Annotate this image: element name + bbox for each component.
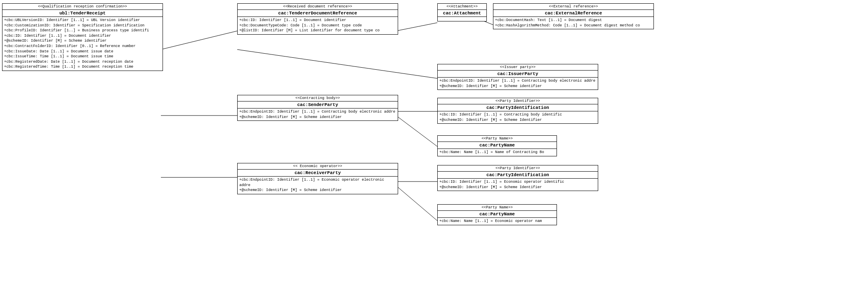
tenderer-doc-ref-stereotype: <<Received document reference>>	[238, 4, 398, 10]
tender-receipt-line-1: +cbc:UBLVersionID: Identifier [1..1] = U…	[4, 18, 161, 23]
svg-line-5	[396, 116, 437, 146]
tender-receipt-body: +cbc:UBLVersionID: Identifier [1..1] = U…	[2, 17, 163, 71]
party-identification-sender-title: cac:PartyIdentification	[438, 104, 598, 111]
party-identification-receiver-title: cac:PartyIdentification	[438, 172, 598, 178]
party-name-sender-stereotype: <<Party Name>>	[438, 136, 557, 142]
tenderer-doc-ref-line-2: +cbc:DocumentTypeCode: Code [1..1] = Doc…	[239, 23, 396, 28]
party-name-receiver-body: +cbc:Name: Name [1..1] = Economic operat…	[438, 218, 557, 225]
sender-party-stereotype: <<Contracting body>>	[238, 95, 398, 101]
party-name-receiver-title: cac:PartyName	[438, 211, 557, 217]
sender-party-line-2: +@schemeID: Identifier [M] = Scheme iden…	[239, 115, 396, 120]
receiver-party-stereotype: << Economic operator>>	[238, 163, 398, 170]
issuer-party-stereotype: <<Issuer party>>	[438, 64, 598, 71]
issuer-party-body: +cbc:EndpointID: Identifier [1..1] = Con…	[438, 78, 598, 90]
tenderer-doc-ref-title: cac:TendererDocumentReference	[238, 10, 398, 17]
receiver-party-title: cac:ReceiverParty	[238, 170, 398, 176]
tender-receipt-title: ubl:TenderReceipt	[2, 10, 163, 17]
party-name-sender-title: cac:PartyName	[438, 142, 557, 149]
attachment-box: <<Attachment>> cac:Attachment	[437, 3, 487, 21]
external-reference-line-1: +cbc:DocumentHash: Text [1..1] = Documen…	[495, 18, 652, 23]
party-name-sender-body: +cbc:Name: Name [1..1] = Name of Contrac…	[438, 149, 557, 156]
issuer-party-line-2: +@schemeID: Identifier [M] = Scheme iden…	[439, 84, 596, 89]
party-identification-sender-box: <<Party Identifier>> cac:PartyIdentifica…	[437, 98, 598, 124]
tender-receipt-line-4: +cbc:ID: Identifier [1..1] = Document id…	[4, 33, 161, 39]
receiver-party-box: << Economic operator>> cac:ReceiverParty…	[237, 163, 398, 194]
party-identification-sender-line-2: +@schemeID: Identifier [M] = Scheme Iden…	[439, 118, 596, 123]
party-identification-sender-stereotype: <<Party Identifier>>	[438, 98, 598, 104]
party-identification-receiver-box: <<Party Identifier>> cac:PartyIdentifica…	[437, 165, 598, 191]
tenderer-doc-ref-box: <<Received document reference>> cac:Tend…	[237, 3, 398, 35]
tender-receipt-line-9: +cbc:RegisteredDate: Date [1..1] = Docum…	[4, 59, 161, 65]
tender-receipt-line-10: +cbc:RegisteredTime: Time [1..1] = Docum…	[4, 64, 161, 70]
attachment-body	[438, 17, 486, 21]
tender-receipt-line-7: +cbc:IssueDate: Date [1..1] = Document i…	[4, 49, 161, 54]
party-name-receiver-stereotype: <<Party Name>>	[438, 205, 557, 211]
sender-party-box: <<Contracting body>> cac:SenderParty +cb…	[237, 95, 398, 121]
receiver-party-body: +cbc:EndpointID: Identifier [1..1] = Eco…	[238, 177, 398, 194]
tender-receipt-line-3: +cbc:ProfileID: Identifier [1..] = Busin…	[4, 28, 161, 33]
attachment-title: cac:Attachment	[438, 10, 486, 17]
party-identification-sender-body: +cbc:ID: Identifier [1..1] = Contracting…	[438, 111, 598, 123]
party-name-sender-box: <<Party Name>> cac:PartyName +cbc:Name: …	[437, 135, 557, 156]
tender-receipt-line-2: +cbc:CustomizationID: Identifier = Speci…	[4, 23, 161, 28]
party-name-receiver-box: <<Party Name>> cac:PartyName +cbc:Name: …	[437, 204, 557, 225]
uml-diagram: <<Qualification reception confirmation>>…	[0, 0, 868, 302]
external-reference-line-2: +cbc:HashAlgorithmMethod: Code [1..1] = …	[495, 23, 652, 28]
svg-line-9	[237, 50, 437, 78]
issuer-party-title: cac:IssuerParty	[438, 71, 598, 77]
receiver-party-line-1: +cbc:EndpointID: Identifier [1..1] = Eco…	[239, 177, 396, 188]
tenderer-doc-ref-body: +cbc:ID: Identifier [1..1] = Document id…	[238, 17, 398, 34]
svg-line-8	[396, 186, 437, 221]
attachment-stereotype: <<Attachment>>	[438, 4, 486, 10]
party-identification-receiver-line-2: +@schemeID: Identifier [M] = Scheme Iden…	[439, 185, 596, 190]
external-reference-box: <<External reference>> cac:ExternalRefer…	[493, 3, 654, 29]
party-identification-receiver-body: +cbc:ID: Identifier [1..1] = Economic op…	[438, 179, 598, 191]
receiver-party-line-2: +@schemeID: Identifier [M] = Scheme iden…	[239, 188, 396, 193]
sender-party-line-1: +cbc:EndpointID: Identifier [1..1] = Con…	[239, 109, 396, 115]
external-reference-title: cac:ExternalReference	[493, 10, 653, 17]
party-name-receiver-line-1: +cbc:Name: Name [1..1] = Economic operat…	[439, 219, 555, 224]
sender-party-title: cac:SenderParty	[238, 101, 398, 108]
issuer-party-line-1: +cbc:EndpointID: Identifier [1..1] = Con…	[439, 78, 596, 84]
party-identification-sender-line-1: +cbc:ID: Identifier [1..1] = Contracting…	[439, 112, 596, 118]
party-identification-receiver-stereotype: <<Party Identifier>>	[438, 165, 598, 172]
tender-receipt-line-8: +cbc:IssueTime: Time [1..1] = Document i…	[4, 54, 161, 59]
tender-receipt-line-5: +@schemeID: Identifier [M] = Scheme iden…	[4, 38, 161, 44]
svg-line-0	[161, 31, 237, 50]
external-reference-body: +cbc:DocumentHash: Text [1..1] = Documen…	[493, 17, 653, 29]
external-reference-stereotype: <<External reference>>	[493, 4, 653, 10]
tender-receipt-stereotype: <<Qualification reception confirmation>>	[2, 4, 163, 10]
svg-line-1	[396, 23, 437, 31]
issuer-party-box: <<Issuer party>> cac:IssuerParty +cbc:En…	[437, 64, 598, 90]
tender-receipt-line-6: +cbc:ContractFolderID: Identifier [0..1]…	[4, 44, 161, 49]
party-identification-receiver-line-1: +cbc:ID: Identifier [1..1] = Economic op…	[439, 179, 596, 185]
tenderer-doc-ref-line-1: +cbc:ID: Identifier [1..1] = Document id…	[239, 18, 396, 23]
party-name-sender-line-1: +cbc:Name: Name [1..1] = Name of Contrac…	[439, 150, 555, 155]
tenderer-doc-ref-line-3: +@listID: Identifier [M] = List identifi…	[239, 28, 396, 33]
tender-receipt-box: <<Qualification reception confirmation>>…	[2, 3, 163, 71]
sender-party-body: +cbc:EndpointID: Identifier [1..1] = Con…	[238, 109, 398, 120]
